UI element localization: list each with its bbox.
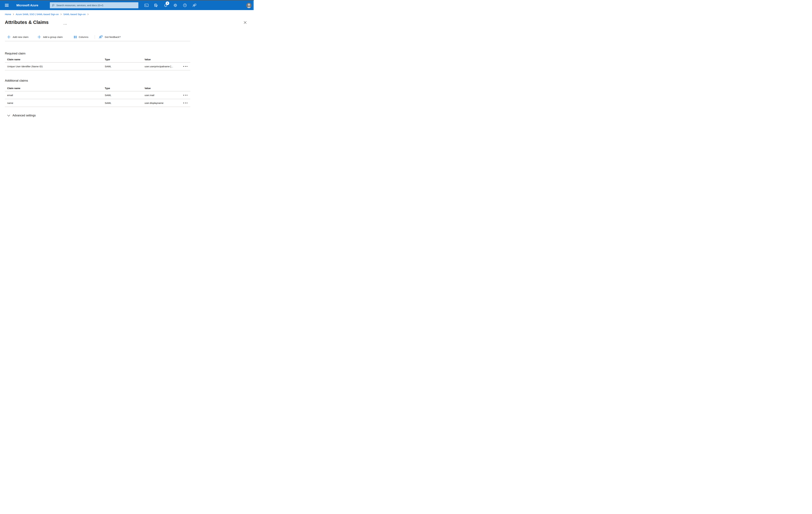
breadcrumb-saml-signon-link[interactable]: SAML-based Sign-on <box>63 13 86 16</box>
directories-filter-icon[interactable] <box>152 2 160 9</box>
got-feedback-button[interactable]: Got feedback? <box>99 34 121 39</box>
user-avatar[interactable] <box>246 3 252 8</box>
got-feedback-label: Got feedback? <box>105 35 121 38</box>
required-claim-table: Claim name Type Value Unique User Identi… <box>5 57 190 71</box>
columns-button[interactable]: Columns <box>74 34 88 39</box>
cloud-shell-icon[interactable] <box>143 2 150 9</box>
chevron-down-icon <box>7 115 10 116</box>
row-context-menu-button[interactable] <box>183 65 188 68</box>
avatar-head-shape <box>248 4 250 6</box>
chevron-right-icon <box>60 13 62 15</box>
more-options-icon[interactable] <box>63 23 67 25</box>
claim-value-cell: user.displayname <box>145 102 181 104</box>
table-row[interactable]: email SAML user.mail <box>5 91 190 99</box>
avatar-body-shape <box>247 7 251 8</box>
feedback-icon[interactable] <box>191 2 198 9</box>
help-icon[interactable]: ? <box>181 2 188 9</box>
additional-claims-table: Claim name Type Value email SAML user.ma… <box>5 85 190 107</box>
columns-icon <box>74 35 77 38</box>
search-input[interactable] <box>56 4 137 7</box>
columns-label: Columns <box>79 35 88 38</box>
add-new-claim-label: Add new claim <box>13 35 29 38</box>
required-claim-heading: Required claim <box>5 52 26 55</box>
column-header-value: Value <box>145 87 181 89</box>
table-row[interactable]: Unique User Identifier (Name ID) SAML us… <box>5 62 190 71</box>
row-context-menu-button[interactable] <box>183 102 188 104</box>
column-header-type: Type <box>105 87 145 89</box>
toolbar-rule <box>5 41 190 41</box>
breadcrumb-home-link[interactable]: Home <box>5 13 11 16</box>
app-header-bar: Microsoft Azure <box>0 0 254 10</box>
claim-value-cell: user.userprincipalname [... <box>145 65 181 68</box>
column-header-value: Value <box>145 58 181 61</box>
claim-name-cell[interactable]: email <box>5 94 105 97</box>
claim-type-cell: SAML <box>105 94 145 97</box>
row-context-menu-button[interactable] <box>183 94 188 97</box>
table-row[interactable]: name SAML user.displayname <box>5 99 190 107</box>
plus-icon <box>37 35 41 39</box>
chevron-right-icon <box>87 13 89 15</box>
microsoft-azure-logo[interactable]: Microsoft Azure <box>17 4 38 7</box>
claim-name-cell[interactable]: name <box>5 102 105 104</box>
claim-name-cell[interactable]: Unique User Identifier (Name ID) <box>5 65 105 68</box>
column-header-claim-name: Claim name <box>5 58 105 61</box>
column-header-type: Type <box>105 58 145 61</box>
hamburger-menu-button[interactable] <box>5 4 9 7</box>
breadcrumb: Home Azure SAML SSO | SAML-based Sign-on… <box>5 13 89 16</box>
table-header-row: Claim name Type Value <box>5 57 190 62</box>
header-right-edge-strip <box>253 0 254 10</box>
close-panel-button[interactable] <box>243 20 247 25</box>
advanced-settings-toggle[interactable]: Advanced settings <box>7 114 36 117</box>
breadcrumb-sso-link[interactable]: Azure SAML SSO | SAML-based Sign-on <box>16 13 59 16</box>
page-title: Attributes & Claims <box>5 20 49 25</box>
azure-portal-screen: Microsoft Azure <box>0 0 254 129</box>
close-icon <box>243 21 247 24</box>
search-icon <box>52 4 55 7</box>
notification-count-badge[interactable]: 6 <box>166 1 169 5</box>
command-toolbar: Add new claim Add a group claim Columns <box>5 34 190 39</box>
feedback-icon <box>99 35 103 39</box>
notifications-bell-icon[interactable]: 6 <box>162 2 169 9</box>
claim-type-cell: SAML <box>105 102 145 104</box>
claim-value-cell: user.mail <box>145 94 181 97</box>
table-header-row: Claim name Type Value <box>5 85 190 91</box>
advanced-settings-label: Advanced settings <box>12 114 36 117</box>
svg-text:?: ? <box>184 4 185 6</box>
additional-claims-heading: Additional claims <box>5 79 28 82</box>
claim-type-cell: SAML <box>105 65 145 68</box>
settings-gear-icon[interactable] <box>172 2 179 9</box>
column-header-claim-name: Claim name <box>5 87 105 89</box>
plus-icon <box>7 35 10 39</box>
chevron-right-icon <box>13 13 14 15</box>
add-new-claim-button[interactable]: Add new claim <box>7 34 29 39</box>
header-icon-group: 6 <box>143 0 198 10</box>
add-group-claim-label: Add a group claim <box>43 35 63 38</box>
global-search-box[interactable] <box>50 2 138 8</box>
add-group-claim-button[interactable]: Add a group claim <box>37 34 63 39</box>
